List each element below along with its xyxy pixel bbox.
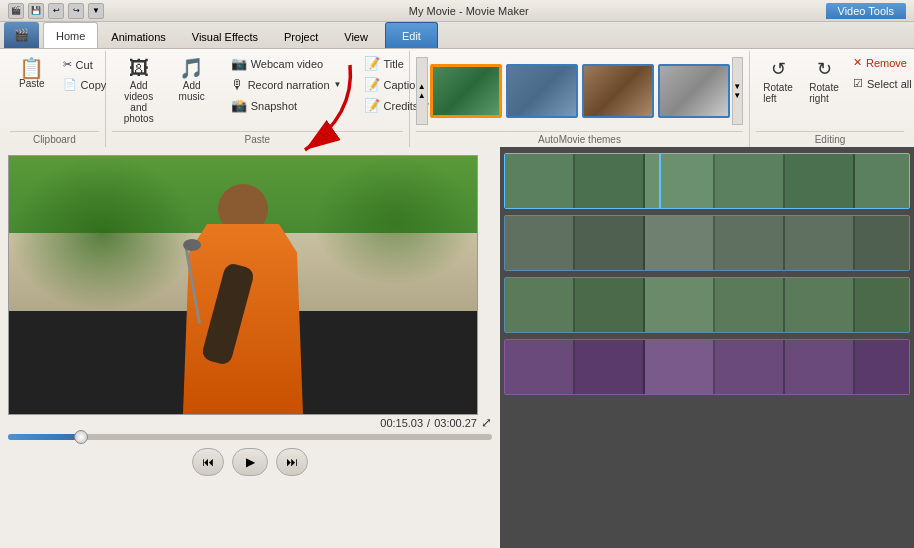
rotate-left-icon: ↺ <box>771 58 786 80</box>
theme-item-2[interactable] <box>506 64 578 118</box>
tab-home[interactable]: Home <box>43 22 98 48</box>
themes-scroll-down[interactable]: ▼▼ <box>732 57 744 125</box>
cut-label: Cut <box>76 59 93 71</box>
main-content: 00:15.03 / 03:00.27 ⤢ ⏮ ▶ ⏭ <box>0 147 914 548</box>
record-icon: 🎙 <box>231 77 244 92</box>
clipboard-label: Clipboard <box>10 131 99 147</box>
playback-controls: ⏮ ▶ ⏭ <box>8 448 492 476</box>
timeline-track-4[interactable] <box>504 339 910 395</box>
add-label: Paste <box>112 131 403 147</box>
app-menu-button[interactable]: 🎬 <box>4 22 39 48</box>
theme-item-1[interactable] <box>430 64 502 118</box>
quick-access-dropdown[interactable]: ▼ <box>88 3 104 19</box>
remove-button[interactable]: ✕ Remove <box>848 53 914 72</box>
editing-label: Editing <box>756 131 904 147</box>
theme-preview-4 <box>660 66 728 116</box>
play-icon: ▶ <box>246 455 255 469</box>
themes-scroll-up[interactable]: ▲▲ <box>416 57 428 125</box>
add-videos-button[interactable]: 🖼 Add videos and photos <box>112 53 166 129</box>
paste-button[interactable]: 📋 Paste <box>10 53 54 94</box>
time-display: 00:15.03 / 03:00.27 ⤢ <box>8 415 492 430</box>
editing-group: ↺ Rotate left ↻ Rotate right ✕ Remove ☑ … <box>750 51 910 147</box>
paste-label: Paste <box>19 78 45 89</box>
video-preview <box>8 155 478 415</box>
snapshot-label: Snapshot <box>251 100 297 112</box>
rotate-left-button[interactable]: ↺ Rotate left <box>756 53 800 109</box>
time-separator: / <box>427 417 430 429</box>
play-button[interactable]: ▶ <box>232 448 268 476</box>
video-tools-badge: Video Tools <box>826 3 906 19</box>
progress-fill <box>8 434 81 440</box>
timeline-track-2[interactable] <box>504 215 910 271</box>
title-bar: 🎬 💾 ↩ ↪ ▼ My Movie - Movie Maker Video T… <box>0 0 914 22</box>
record-label: Record narration <box>248 79 330 91</box>
title-label: Title <box>384 58 404 70</box>
redo-icon[interactable]: ↪ <box>68 3 84 19</box>
snapshot-button[interactable]: 📸 Snapshot <box>226 95 347 116</box>
save-icon[interactable]: 💾 <box>28 3 44 19</box>
automovie-label: AutoMovie themes <box>416 131 743 147</box>
select-all-icon: ☑ <box>853 77 863 90</box>
playhead <box>659 154 661 208</box>
editing-content: ↺ Rotate left ↻ Rotate right ✕ Remove ☑ … <box>756 53 904 129</box>
film-strip-4 <box>505 340 909 394</box>
cut-button[interactable]: ✂ Cut <box>56 55 114 74</box>
webcam-label: Webcam video <box>251 58 324 70</box>
add-videos-label: Add videos and photos <box>121 80 157 124</box>
tab-row: 🎬 Home Animations Visual Effects Project… <box>0 22 914 49</box>
preview-pane: 00:15.03 / 03:00.27 ⤢ ⏮ ▶ ⏭ <box>0 147 500 548</box>
title-bar-icons: 🎬 💾 ↩ ↪ ▼ <box>8 3 104 19</box>
tab-visual-effects[interactable]: Visual Effects <box>179 24 271 48</box>
remove-label: Remove <box>866 57 907 69</box>
film-strip-1 <box>505 154 909 208</box>
snapshot-icon: 📸 <box>231 98 247 113</box>
tab-animations[interactable]: Animations <box>98 24 178 48</box>
select-all-label: Select all <box>867 78 912 90</box>
timeline-track-1[interactable] <box>504 153 910 209</box>
record-dropdown-icon[interactable]: ▼ <box>334 80 342 89</box>
expand-button[interactable]: ⤢ <box>481 415 492 430</box>
clipboard-group: 📋 Paste ✂ Cut 📄 Copy Clipboard <box>4 51 106 147</box>
title-icon: 📝 <box>364 56 380 71</box>
progress-bar[interactable] <box>8 434 492 440</box>
tab-project[interactable]: Project <box>271 24 331 48</box>
add-group: 🖼 Add videos and photos 🎵 Add music 📷 We… <box>106 51 410 147</box>
undo-icon[interactable]: ↩ <box>48 3 64 19</box>
paste-icon: 📋 <box>19 58 44 78</box>
clipboard-group-content: 📋 Paste ✂ Cut 📄 Copy <box>10 53 99 129</box>
copy-button[interactable]: 📄 Copy <box>56 75 114 94</box>
theme-preview-3 <box>584 66 652 116</box>
select-all-button[interactable]: ☑ Select all <box>848 74 914 93</box>
add-music-button[interactable]: 🎵 Add music <box>170 53 214 107</box>
rotate-right-icon: ↻ <box>817 58 832 80</box>
timeline-pane <box>500 147 914 548</box>
credits-icon: 📝 <box>364 98 380 113</box>
theme-preview-1 <box>433 67 499 115</box>
tab-view[interactable]: View <box>331 24 381 48</box>
window-title: My Movie - Movie Maker <box>112 5 826 17</box>
progress-thumb[interactable] <box>74 430 88 444</box>
remove-icon: ✕ <box>853 56 862 69</box>
app-icon: 🎬 <box>8 3 24 19</box>
theme-item-4[interactable] <box>658 64 730 118</box>
theme-preview-2 <box>508 66 576 116</box>
prev-frame-icon: ⏮ <box>202 455 214 469</box>
add-videos-icon: 🖼 <box>129 58 149 78</box>
next-frame-button[interactable]: ⏭ <box>276 448 308 476</box>
tab-edit[interactable]: Edit <box>385 22 438 48</box>
webcam-icon: 📷 <box>231 56 247 71</box>
webcam-video-button[interactable]: 📷 Webcam video <box>226 53 347 74</box>
theme-item-3[interactable] <box>582 64 654 118</box>
add-group-content: 🖼 Add videos and photos 🎵 Add music 📷 We… <box>112 53 403 129</box>
prev-frame-button[interactable]: ⏮ <box>192 448 224 476</box>
film-strip-3 <box>505 278 909 332</box>
cut-copy-group: ✂ Cut 📄 Copy <box>56 55 114 94</box>
timeline-track-3[interactable] <box>504 277 910 333</box>
next-frame-icon: ⏭ <box>286 455 298 469</box>
copy-label: Copy <box>81 79 107 91</box>
record-narration-button[interactable]: 🎙 Record narration ▼ <box>226 74 347 95</box>
ribbon: 📋 Paste ✂ Cut 📄 Copy Clipboard 🖼 Add <box>0 49 914 147</box>
film-strip-2 <box>505 216 909 270</box>
rotate-left-label: Rotate left <box>763 82 792 104</box>
rotate-right-button[interactable]: ↻ Rotate right <box>802 53 846 109</box>
